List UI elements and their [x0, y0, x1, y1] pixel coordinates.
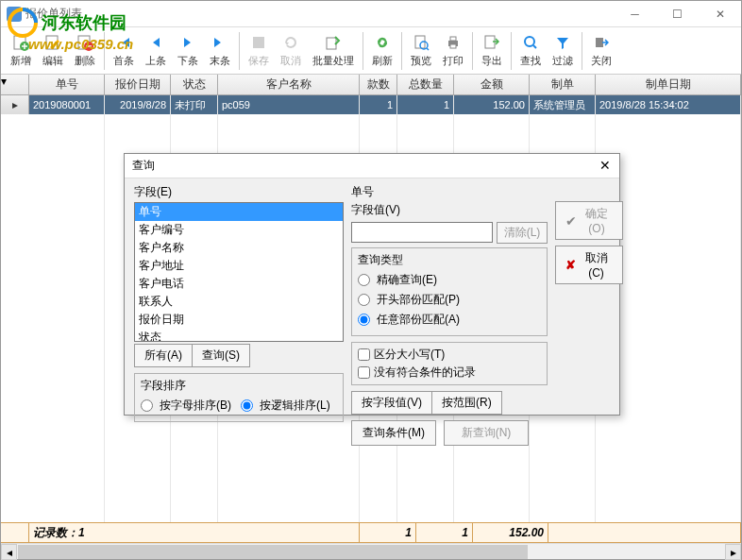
field-value-input[interactable] [351, 222, 493, 243]
first-button[interactable]: 首条 [108, 29, 140, 73]
fields-label: 字段(E) [134, 184, 344, 200]
col-status[interactable]: 状态 [171, 75, 218, 94]
check-icon: ✔ [565, 213, 577, 229]
col-id[interactable]: 单号 [29, 75, 105, 94]
scroll-right-icon[interactable]: ▸ [725, 544, 741, 560]
row-indicator[interactable]: ▸ [1, 95, 29, 114]
svg-rect-15 [596, 38, 603, 47]
close-button[interactable]: ✕ [699, 1, 741, 27]
scroll-left-icon[interactable]: ◂ [1, 544, 17, 560]
print-button[interactable]: 打印 [437, 29, 469, 73]
by-value-tab[interactable]: 按字段值(V) [351, 391, 432, 415]
right-label: 单号 [351, 184, 548, 200]
h-scrollbar[interactable]: ◂ ▸ [1, 543, 741, 559]
preview-button[interactable]: 预览 [405, 29, 437, 73]
svg-point-14 [525, 37, 534, 46]
refresh-button[interactable]: 刷新 [366, 29, 398, 73]
tab-query[interactable]: 查询(S) [193, 344, 250, 367]
col-maker[interactable]: 制单 [530, 75, 596, 94]
row-selector-header[interactable]: ▾ [1, 75, 29, 94]
query-condition-button[interactable]: 查询条件(M) [351, 420, 436, 446]
sort-logic-radio[interactable]: 按逻辑排序(L) [241, 396, 330, 416]
app-icon [7, 7, 22, 22]
col-amount[interactable]: 金额 [454, 75, 530, 94]
toolbar: 新增 编辑 删除 首条 上条 下条 末条 保存 取消 批量处理 刷新 预览 打印… [1, 27, 741, 75]
filter-button[interactable]: 过滤 [547, 29, 579, 73]
search-button[interactable]: 查找 [514, 29, 547, 73]
batch-button[interactable]: 批量处理 [307, 29, 360, 73]
dialog-titlebar[interactable]: 查询 ✕ [125, 154, 619, 178]
field-item[interactable]: 状态 [135, 329, 343, 342]
field-listbox[interactable]: 单号客户编号客户名称客户地址客户电话联系人报价日期状态制单制单日期合同号码交货方… [134, 202, 344, 342]
window-title: 报价单列表 [25, 6, 82, 22]
value-label: 字段值(V) [351, 202, 400, 218]
titlebar[interactable]: 报价单列表 ─ ☐ ✕ [1, 1, 741, 27]
field-item[interactable]: 客户编号 [135, 221, 343, 239]
save-button: 保存 [243, 29, 275, 73]
x-icon: ✘ [565, 258, 576, 272]
col-date[interactable]: 报价日期 [105, 75, 171, 94]
next-button[interactable]: 下条 [172, 29, 204, 73]
col-customer[interactable]: 客户名称 [218, 75, 360, 94]
dialog-close-button[interactable]: ✕ [595, 156, 616, 175]
col-qty1[interactable]: 款数 [360, 75, 397, 94]
dialog-cancel-button[interactable]: ✘取消(C) [555, 246, 623, 284]
new-button[interactable]: 新增 [5, 29, 37, 73]
edit-button[interactable]: 编辑 [37, 29, 69, 73]
query-dialog: 查询 ✕ 字段(E) 单号客户编号客户名称客户地址客户电话联系人报价日期状态制单… [124, 153, 620, 416]
new-query-button[interactable]: 新查询(N) [444, 420, 529, 446]
sort-fieldset: 字段排序 按字母排序(B) 按逻辑排序(L) [134, 373, 344, 422]
field-item[interactable]: 联系人 [135, 293, 343, 311]
any-radio[interactable]: 任意部份匹配(A) [358, 310, 541, 330]
svg-rect-11 [450, 37, 456, 41]
svg-rect-7 [327, 38, 336, 49]
field-item[interactable]: 客户地址 [135, 257, 343, 275]
minimize-button[interactable]: ─ [614, 1, 656, 27]
col-qty2[interactable]: 总数量 [397, 75, 454, 94]
dialog-title: 查询 [132, 158, 155, 174]
scroll-thumb[interactable] [18, 545, 528, 559]
clear-button[interactable]: 清除(L) [497, 222, 548, 244]
field-item[interactable]: 客户名称 [135, 239, 343, 257]
field-item[interactable]: 报价日期 [135, 311, 343, 329]
by-range-tab[interactable]: 按范围(R) [432, 391, 502, 415]
last-button[interactable]: 末条 [204, 29, 236, 73]
statusbar: 记录数：1 1 1 152.00 [1, 522, 741, 543]
tab-all[interactable]: 所有(A) [134, 344, 193, 367]
prev-button[interactable]: 上条 [140, 29, 172, 73]
delete-button[interactable]: 删除 [69, 29, 101, 73]
field-item[interactable]: 单号 [135, 203, 343, 221]
sort-alpha-radio[interactable]: 按字母排序(B) [141, 396, 231, 416]
export-button[interactable]: 导出 [476, 29, 508, 73]
start-radio[interactable]: 开头部份匹配(P) [358, 290, 541, 310]
exact-radio[interactable]: 精确查询(E) [358, 270, 541, 290]
case-checkbox[interactable]: 区分大小写(T) [358, 346, 541, 364]
query-type-fieldset: 查询类型 精确查询(E) 开头部份匹配(P) 任意部份匹配(A) [351, 247, 548, 336]
col-mdate[interactable]: 制单日期 [596, 75, 741, 94]
ok-button[interactable]: ✔确定(O) [555, 201, 623, 240]
svg-rect-12 [450, 44, 456, 48]
cancel-button: 取消 [275, 29, 307, 73]
svg-rect-6 [253, 37, 264, 48]
noexist-checkbox[interactable]: 没有符合条件的记录 [358, 364, 541, 382]
grid-header: ▾ 单号 报价日期 状态 客户名称 款数 总数量 金额 制单 制单日期 [1, 75, 741, 95]
maximize-button[interactable]: ☐ [656, 1, 699, 27]
field-item[interactable]: 客户电话 [135, 275, 343, 293]
toolbar-close-button[interactable]: 关闭 [585, 29, 617, 73]
